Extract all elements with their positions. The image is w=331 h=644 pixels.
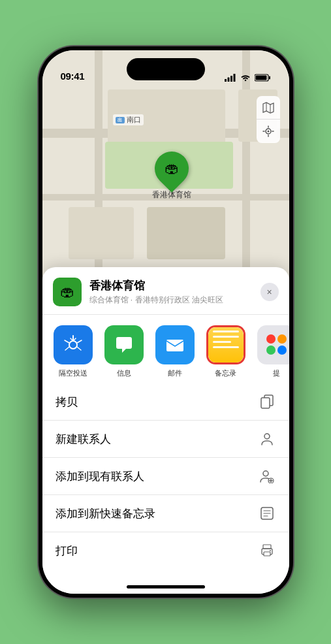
airdrop-label: 隔空投送 [59,368,87,378]
svg-point-24 [270,550,271,551]
svg-point-11 [266,334,276,344]
notes-icon-wrap [206,325,245,364]
svg-point-17 [264,434,270,439]
mail-icon-wrap [155,325,195,364]
menu-item-copy[interactable]: 拷贝 [42,383,289,421]
svg-point-18 [263,471,268,476]
note-icon [258,504,276,523]
svg-rect-23 [264,552,270,556]
menu-item-print[interactable]: 打印 [42,532,289,569]
more-icon-wrap [257,325,289,364]
battery-icon [255,74,271,82]
share-item-message[interactable]: 信息 [101,325,147,378]
menu-item-add-existing[interactable]: 添加到现有联系人 [42,458,289,495]
share-item-notes[interactable]: 备忘录 [203,325,249,378]
printer-icon [258,541,276,560]
svg-rect-1 [227,78,229,82]
svg-point-9 [69,341,77,349]
svg-point-8 [267,131,269,133]
svg-rect-2 [230,76,232,82]
svg-rect-16 [261,398,270,408]
map-marker: 🏟 香港体育馆 [152,152,191,201]
status-time: 09:41 [61,71,85,82]
share-row: 隔空投送 信息 [42,315,289,383]
status-icons [225,74,271,82]
location-name: 香港体育馆 [89,278,260,293]
map-label: 出 南口 [113,114,144,125]
share-item-mail[interactable]: 邮件 [152,325,198,378]
notes-label: 备忘录 [215,368,236,378]
location-icon: 🏟 [53,278,82,306]
svg-rect-5 [269,76,270,80]
phone-screen: 09:41 [42,50,289,594]
signal-icon [225,74,236,82]
svg-point-12 [277,334,287,344]
person-add-icon [258,467,276,485]
add-notes-label: 添加到新快速备忘录 [55,506,155,521]
location-info: 香港体育馆 综合体育馆 · 香港特别行政区 油尖旺区 [89,278,260,306]
phone-frame: 09:41 [39,46,293,598]
new-contact-label: 新建联系人 [55,432,111,447]
close-button[interactable]: × [260,283,279,301]
svg-rect-6 [255,76,266,80]
message-icon-wrap [104,325,144,364]
menu-item-add-notes[interactable]: 添加到新快速备忘录 [42,495,289,532]
map-entrance-label: 南口 [127,115,141,125]
print-label: 打印 [55,543,78,558]
mail-label: 邮件 [168,368,182,378]
share-item-airdrop[interactable]: 隔空投送 [50,325,96,378]
menu-list: 拷贝 新建联系人 [42,383,289,569]
svg-rect-10 [166,340,183,351]
copy-icon [258,393,276,411]
map-label-icon: 出 [116,117,125,123]
map-controls [257,96,280,143]
menu-item-new-contact[interactable]: 新建联系人 [42,421,289,458]
location-header: 🏟 香港体育馆 综合体育馆 · 香港特别行政区 油尖旺区 × [42,267,289,315]
airdrop-icon-wrap [54,325,93,364]
svg-rect-21 [263,545,271,549]
notes-icon-inner [208,327,244,363]
more-label: 提 [273,368,280,378]
location-button[interactable] [257,120,280,143]
svg-point-13 [266,346,276,355]
wifi-icon [240,74,251,82]
marker-icon: 🏟 [165,160,179,177]
bottom-sheet: 🏟 香港体育馆 综合体育馆 · 香港特别行政区 油尖旺区 × [42,267,289,594]
dynamic-island [127,58,205,80]
share-item-more[interactable]: 提 [254,325,289,378]
svg-rect-0 [225,79,227,82]
home-indicator [127,585,205,588]
person-icon [258,430,276,448]
map-type-button[interactable] [257,96,280,120]
marker-circle: 🏟 [148,144,196,193]
message-label: 信息 [117,368,131,378]
copy-label: 拷贝 [55,394,78,410]
location-subtitle: 综合体育馆 · 香港特别行政区 油尖旺区 [89,295,260,306]
add-existing-label: 添加到现有联系人 [55,469,144,484]
svg-point-14 [277,346,287,355]
svg-rect-3 [233,74,235,82]
